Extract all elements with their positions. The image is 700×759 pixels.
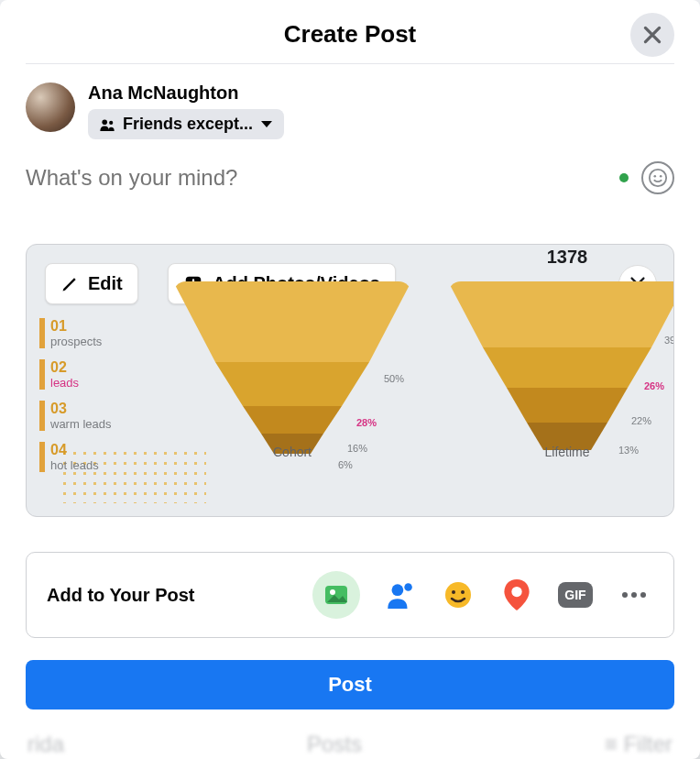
legend-num: 01 <box>50 318 111 335</box>
photo-icon <box>322 580 351 610</box>
smile-icon <box>648 168 668 188</box>
svg-point-9 <box>404 583 412 591</box>
gif-icon: GIF <box>558 582 592 608</box>
svg-point-10 <box>445 582 471 608</box>
user-name: Ana McNaughton <box>88 82 284 104</box>
svg-point-16 <box>640 592 646 598</box>
media-attachment: Edit Add Photos/Videos 01prospects 02lea… <box>26 244 674 517</box>
modal-title: Create Post <box>26 20 674 49</box>
more-options-button[interactable] <box>615 576 653 614</box>
legend-label: prospects <box>50 335 111 348</box>
legend-label: leads <box>50 376 111 390</box>
funnel-cohort: 50% 28% 16% 6% Cohort <box>173 272 411 465</box>
svg-point-11 <box>452 590 455 594</box>
post-button-label: Post <box>328 673 372 696</box>
svg-point-0 <box>102 119 107 125</box>
svg-point-8 <box>392 584 404 596</box>
funnel-total: 1378 <box>448 247 674 268</box>
composer-body <box>0 139 700 194</box>
svg-point-12 <box>461 590 465 594</box>
pencil-icon <box>60 275 79 293</box>
feeling-activity-button[interactable] <box>439 576 477 614</box>
funnel-caption: Cohort <box>173 445 411 459</box>
modal-header: Create Post <box>26 0 674 64</box>
friends-except-icon <box>99 118 115 131</box>
add-to-post-label: Add to Your Post <box>47 585 312 606</box>
legend-label: warm leads <box>50 417 111 431</box>
legend-num: 04 <box>50 442 111 458</box>
pct-label: 6% <box>338 459 353 470</box>
background-blur: ridaPosts≡ Filter <box>0 732 700 759</box>
chevron-down-icon <box>260 120 273 129</box>
add-to-post-bar: Add to Your Post <box>26 552 674 638</box>
gif-button[interactable]: GIF <box>556 576 595 614</box>
legend-label: hot leads <box>50 458 111 472</box>
pct-label: 50% <box>384 373 404 384</box>
svg-point-7 <box>330 589 335 595</box>
photo-video-button[interactable] <box>312 571 360 619</box>
create-post-modal: ridaPosts≡ Filter Create Post Ana McNaug… <box>0 0 700 759</box>
feeling-icon <box>443 580 473 610</box>
close-icon <box>640 23 664 47</box>
svg-point-2 <box>650 170 666 186</box>
post-text-input[interactable] <box>26 165 619 191</box>
tag-people-button[interactable] <box>380 576 419 614</box>
pct-label: 26% <box>644 380 664 391</box>
post-button[interactable]: Post <box>26 660 674 710</box>
composer-header: Ana McNaughton Friends except... <box>0 64 700 139</box>
check-in-button[interactable] <box>498 576 536 614</box>
audience-label: Friends except... <box>123 115 253 134</box>
svg-point-15 <box>631 592 637 598</box>
legend-num: 02 <box>50 359 111 376</box>
person-icon <box>384 579 415 610</box>
location-icon <box>503 579 530 610</box>
edit-media-button[interactable]: Edit <box>45 263 138 304</box>
funnel-legend: 01prospects 02leads 03warm leads 04hot l… <box>39 318 111 483</box>
svg-point-4 <box>660 175 662 178</box>
status-dot <box>619 173 629 182</box>
pct-label: 22% <box>631 415 651 426</box>
close-button[interactable] <box>630 13 674 57</box>
edit-label: Edit <box>88 273 123 294</box>
ellipsis-icon <box>621 590 647 600</box>
avatar[interactable] <box>26 82 75 132</box>
pct-label: 39% <box>664 335 674 346</box>
legend-num: 03 <box>50 401 111 417</box>
svg-point-14 <box>622 592 628 598</box>
pct-label: 28% <box>356 417 377 428</box>
svg-point-3 <box>654 175 657 178</box>
funnel-caption: Lifetime <box>448 445 674 459</box>
funnel-lifetime: 1378 39% 26% 22% 13% Lifetime <box>448 272 674 465</box>
emoji-button[interactable] <box>641 161 674 194</box>
audience-selector[interactable]: Friends except... <box>88 109 284 139</box>
svg-point-1 <box>109 120 113 124</box>
svg-point-13 <box>511 587 521 597</box>
